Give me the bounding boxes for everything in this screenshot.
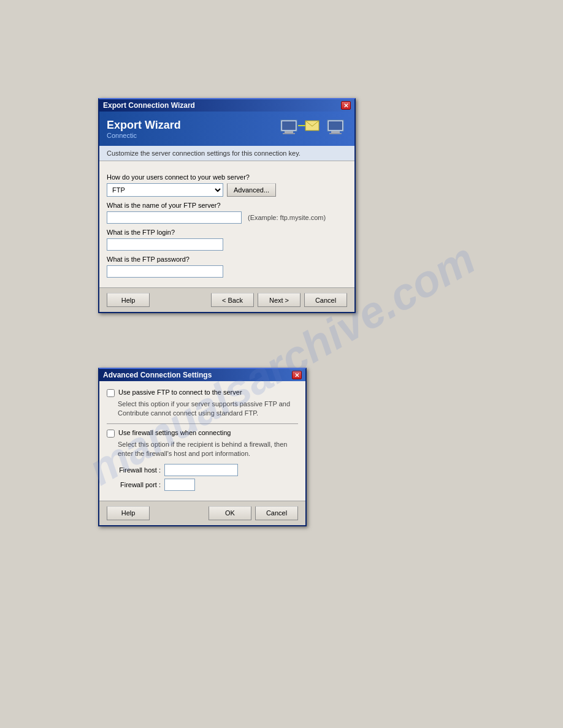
advanced-titlebar: Advanced Connection Settings ✕ — [99, 369, 305, 381]
wizard-header: Export Wizard Connectic — [99, 112, 354, 146]
svg-rect-3 — [283, 133, 295, 134]
firewall-port-input[interactable] — [164, 479, 195, 491]
svg-rect-1 — [282, 121, 296, 130]
advanced-close-button[interactable]: ✕ — [292, 371, 302, 379]
ftp-server-row: (Example: ftp.mysite.com) — [107, 211, 347, 224]
ftp-server-input[interactable] — [107, 211, 242, 224]
wizard-title: Export Connection Wizard — [103, 101, 195, 110]
wizard-header-left: Export Wizard Connectic — [107, 119, 181, 139]
wizard-next-button[interactable]: Next > — [258, 293, 301, 307]
advanced-footer-right: OK Cancel — [209, 506, 298, 520]
advanced-title: Advanced Connection Settings — [103, 371, 212, 379]
advanced-help-button[interactable]: Help — [107, 506, 150, 520]
advanced-dialog: Advanced Connection Settings ✕ Use passi… — [98, 368, 307, 526]
advanced-button[interactable]: Advanced... — [227, 183, 276, 197]
ftp-login-input[interactable] — [107, 238, 223, 251]
wizard-content: How do your users connect to your web se… — [99, 161, 354, 287]
wizard-footer-right: < Back Next > Cancel — [211, 293, 347, 307]
wizard-banner: Customize the server connection settings… — [99, 146, 354, 161]
wizard-banner-text: Customize the server connection settings… — [107, 150, 301, 157]
wizard-header-icons — [280, 116, 347, 141]
wizard-header-illustration — [280, 116, 347, 141]
connection-type-label: How do your users connect to your web se… — [107, 173, 347, 181]
firewall-label: Use firewall settings when connecting — [118, 429, 231, 436]
wizard-help-button[interactable]: Help — [107, 293, 150, 307]
wizard-titlebar: Export Connection Wizard ✕ — [99, 99, 354, 112]
connection-type-row: FTP HTTP HTTPS RDS Advanced... — [107, 183, 347, 197]
firewall-description: Select this option if the recipient is b… — [118, 440, 298, 459]
advanced-ok-button[interactable]: OK — [209, 506, 251, 520]
svg-rect-2 — [285, 131, 293, 133]
advanced-content: Use passive FTP to connect to the server… — [99, 381, 305, 501]
wizard-header-title: Export Wizard — [107, 119, 181, 132]
ftp-login-label: What is the FTP login? — [107, 229, 347, 236]
passive-ftp-label: Use passive FTP to connect to the server — [118, 389, 242, 396]
svg-rect-9 — [331, 131, 340, 133]
wizard-header-subtitle: Connectic — [107, 132, 181, 139]
firewall-port-row: Firewall port : — [118, 479, 298, 491]
firewall-host-label: Firewall host : — [118, 466, 161, 474]
passive-ftp-description: Select this option if your server suppor… — [118, 400, 298, 419]
firewall-host-row: Firewall host : — [118, 464, 298, 476]
firewall-host-input[interactable] — [164, 464, 238, 476]
firewall-row: Use firewall settings when connecting — [107, 429, 298, 438]
wizard-close-button[interactable]: ✕ — [341, 101, 351, 110]
ftp-server-hint: (Example: ftp.mysite.com) — [248, 214, 326, 221]
advanced-cancel-button[interactable]: Cancel — [255, 506, 298, 520]
svg-rect-10 — [329, 133, 342, 134]
passive-ftp-checkbox[interactable] — [107, 389, 115, 397]
ftp-password-label: What is the FTP password? — [107, 256, 347, 263]
firewall-port-label: Firewall port : — [118, 481, 161, 488]
ftp-password-row — [107, 265, 347, 278]
export-wizard-dialog: Export Connection Wizard ✕ Export Wizard… — [98, 98, 356, 313]
passive-ftp-row: Use passive FTP to connect to the server — [107, 389, 298, 397]
connection-type-select[interactable]: FTP HTTP HTTPS RDS — [107, 183, 223, 197]
wizard-back-button[interactable]: < Back — [211, 293, 254, 307]
separator-1 — [107, 423, 298, 424]
wizard-footer: Help < Back Next > Cancel — [99, 287, 354, 312]
svg-rect-8 — [329, 121, 342, 130]
ftp-password-input[interactable] — [107, 265, 223, 278]
ftp-login-row — [107, 238, 347, 251]
firewall-checkbox[interactable] — [107, 430, 115, 438]
advanced-footer: Help OK Cancel — [99, 501, 305, 525]
wizard-cancel-button[interactable]: Cancel — [304, 293, 347, 307]
ftp-server-label: What is the name of your FTP server? — [107, 202, 347, 209]
